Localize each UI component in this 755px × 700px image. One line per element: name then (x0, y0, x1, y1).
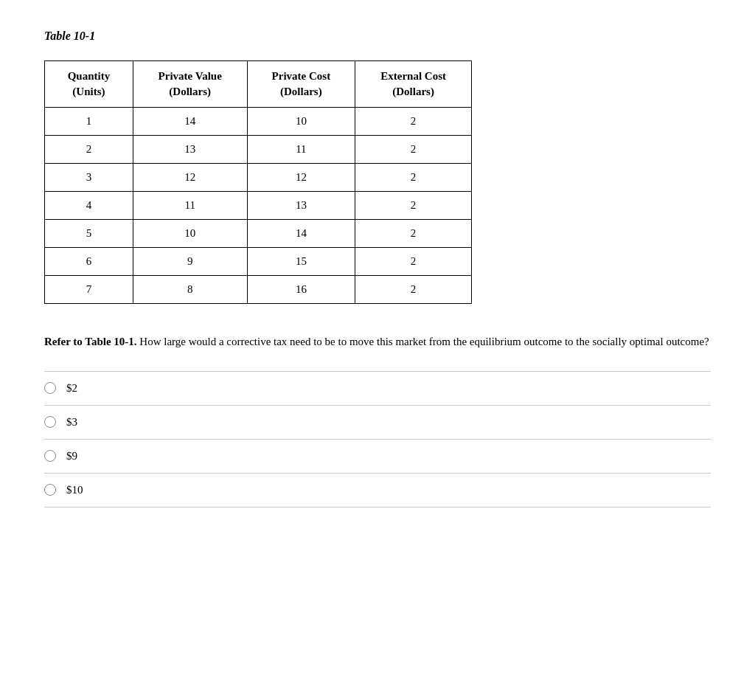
table-row: 411132 (45, 192, 472, 220)
option-label-opt4: $10 (66, 484, 83, 496)
cell-private_value-4: 11 (133, 192, 247, 220)
question-reference: Refer to Table 10-1. (44, 336, 137, 347)
cell-quantity-5: 5 (45, 220, 133, 248)
cell-external_cost-3: 2 (355, 164, 472, 192)
cell-external_cost-7: 2 (355, 276, 472, 304)
cell-quantity-6: 6 (45, 248, 133, 276)
col-header-quantity: Quantity (Units) (45, 61, 133, 108)
option-item-opt3[interactable]: $9 (44, 439, 711, 473)
cell-private_cost-5: 14 (247, 220, 355, 248)
cell-external_cost-6: 2 (355, 248, 472, 276)
option-item-opt2[interactable]: $3 (44, 405, 711, 439)
cell-private_cost-7: 16 (247, 276, 355, 304)
table-row: 510142 (45, 220, 472, 248)
table-row: 114102 (45, 108, 472, 136)
option-label-opt3: $9 (66, 450, 77, 462)
cell-private_cost-1: 10 (247, 108, 355, 136)
cell-external_cost-1: 2 (355, 108, 472, 136)
radio-opt4[interactable] (44, 484, 56, 496)
cell-quantity-2: 2 (45, 136, 133, 164)
cell-private_value-3: 12 (133, 164, 247, 192)
cell-quantity-1: 1 (45, 108, 133, 136)
radio-opt2[interactable] (44, 416, 56, 428)
cell-private_cost-6: 15 (247, 248, 355, 276)
option-item-opt1[interactable]: $2 (44, 371, 711, 405)
data-table: Quantity (Units) Private Value (Dollars)… (44, 60, 472, 304)
cell-private_value-7: 8 (133, 276, 247, 304)
table-header-row: Quantity (Units) Private Value (Dollars)… (45, 61, 472, 108)
table-row: 213112 (45, 136, 472, 164)
cell-external_cost-5: 2 (355, 220, 472, 248)
question-block: Refer to Table 10-1. How large would a c… (44, 333, 711, 350)
table-row: 78162 (45, 276, 472, 304)
col-header-private-cost: Private Cost (Dollars) (247, 61, 355, 108)
table-label: Table 10-1 (44, 30, 711, 43)
cell-private_value-2: 13 (133, 136, 247, 164)
table-row: 69152 (45, 248, 472, 276)
question-text: How large would a corrective tax need to… (137, 336, 709, 347)
option-label-opt1: $2 (66, 382, 77, 395)
cell-private_cost-3: 12 (247, 164, 355, 192)
cell-external_cost-4: 2 (355, 192, 472, 220)
cell-private_cost-2: 11 (247, 136, 355, 164)
cell-private_value-6: 9 (133, 248, 247, 276)
cell-quantity-3: 3 (45, 164, 133, 192)
cell-quantity-4: 4 (45, 192, 133, 220)
cell-private_cost-4: 13 (247, 192, 355, 220)
cell-quantity-7: 7 (45, 276, 133, 304)
col-header-private-value: Private Value (Dollars) (133, 61, 247, 108)
radio-opt3[interactable] (44, 450, 56, 462)
option-item-opt4[interactable]: $10 (44, 473, 711, 507)
option-label-opt2: $3 (66, 416, 77, 429)
table-row: 312122 (45, 164, 472, 192)
col-header-external-cost: External Cost (Dollars) (355, 61, 472, 108)
options-list: $2$3$9$10 (44, 371, 711, 507)
cell-private_value-5: 10 (133, 220, 247, 248)
cell-external_cost-2: 2 (355, 136, 472, 164)
radio-opt1[interactable] (44, 382, 56, 394)
cell-private_value-1: 14 (133, 108, 247, 136)
